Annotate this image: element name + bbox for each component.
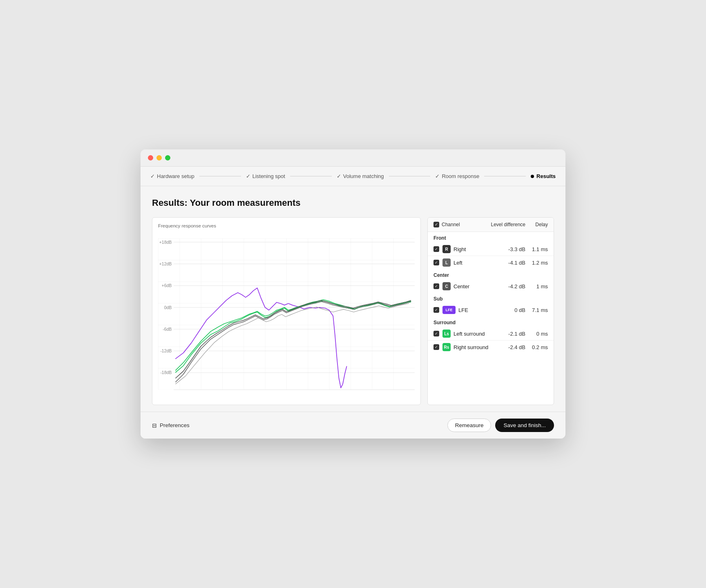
step-check-icon-2: ✓ [246, 173, 250, 179]
app-window: ✓ Hardware setup ✓ Listening spot ✓ Volu… [141, 149, 565, 439]
center-checkbox[interactable] [433, 283, 439, 289]
bottom-right-buttons: Remeasure Save and finish... [447, 419, 554, 432]
minimize-button[interactable] [156, 155, 162, 160]
col-channel-header: Channel [433, 222, 489, 227]
step-divider-2 [290, 176, 332, 176]
lfe-name: LFE [458, 307, 489, 313]
col-level-header: Level difference [489, 222, 525, 227]
rs-checkbox[interactable] [433, 344, 439, 350]
svg-text:0dB: 0dB [164, 305, 172, 310]
lfe-level: 0 dB [489, 307, 525, 313]
lfe-badge: LFE [442, 306, 456, 314]
left-badge: L [442, 258, 451, 267]
svg-rect-1 [158, 238, 415, 390]
section-front-heading: Front [428, 232, 554, 243]
rs-name: Right surround [454, 344, 489, 350]
preferences-icon: ⊟ [152, 422, 157, 429]
center-badge: C [442, 282, 451, 290]
svg-text:-12dB: -12dB [160, 349, 172, 353]
lfe-checkbox[interactable] [433, 307, 439, 313]
bottom-bar: ⊟ Preferences Remeasure Save and finish.… [141, 412, 565, 439]
step-room-label: Room response [442, 173, 479, 179]
ls-checkbox[interactable] [433, 331, 439, 336]
left-name: Left [454, 260, 489, 266]
step-active-dot [531, 175, 534, 178]
svg-text:-6dB: -6dB [163, 327, 172, 332]
channel-row-left: L Left -4.1 dB 1.2 ms [428, 256, 554, 269]
step-volume-label: Volume matching [343, 173, 384, 179]
table-header: Channel Level difference Delay [428, 218, 554, 232]
channel-col-label: Channel [442, 222, 460, 227]
traffic-lights [148, 155, 170, 160]
lfe-delay: 7.1 ms [525, 307, 548, 313]
svg-text:-18dB: -18dB [160, 370, 172, 375]
section-center: Center C Center -4.2 dB 1 ms [428, 269, 554, 293]
section-sub-heading: Sub [428, 293, 554, 303]
channel-row-right: R Right -3.3 dB 1.1 ms [428, 243, 554, 256]
step-listening-label: Listening spot [252, 173, 285, 179]
ls-delay: 0 ms [525, 331, 548, 337]
rs-badge: Rs [442, 343, 451, 351]
step-divider-3 [389, 176, 431, 176]
svg-text:+6dB: +6dB [162, 283, 172, 288]
rs-level: -2.4 dB [489, 344, 525, 350]
step-volume[interactable]: ✓ Volume matching [337, 173, 384, 179]
remeasure-button[interactable]: Remeasure [447, 419, 492, 432]
step-hardware-label: Hardware setup [157, 173, 194, 179]
save-button[interactable]: Save and finish... [495, 419, 554, 432]
close-button[interactable] [148, 155, 153, 160]
left-checkbox[interactable] [433, 260, 439, 265]
step-hardware[interactable]: ✓ Hardware setup [150, 173, 194, 179]
right-delay: 1.1 ms [525, 246, 548, 252]
step-divider-4 [484, 176, 526, 176]
page-title: Results: Your room measurements [152, 198, 554, 208]
section-front: Front R Right -3.3 dB 1.1 ms L Left [428, 232, 554, 269]
step-check-icon: ✓ [150, 173, 155, 179]
center-level: -4.2 dB [489, 283, 525, 290]
section-surround: Surround Ls Left surround -2.1 dB 0 ms R… [428, 316, 554, 354]
section-center-heading: Center [428, 269, 554, 280]
ls-name: Left surround [454, 331, 489, 337]
step-divider-1 [199, 176, 241, 176]
svg-text:+18dB: +18dB [159, 240, 172, 245]
right-panel: Channel Level difference Delay Front R R… [427, 217, 554, 405]
frequency-chart: +18dB +12dB +6dB 0dB -6dB -12dB -18dB [158, 232, 415, 396]
right-checkbox[interactable] [433, 246, 439, 252]
channel-row-ls: Ls Left surround -2.1 dB 0 ms [428, 327, 554, 341]
section-sub: Sub LFE LFE 0 dB 7.1 ms [428, 293, 554, 316]
titlebar [141, 149, 565, 167]
section-surround-heading: Surround [428, 316, 554, 327]
step-listening[interactable]: ✓ Listening spot [246, 173, 285, 179]
col-delay-header: Delay [525, 222, 548, 227]
ls-badge: Ls [442, 330, 451, 338]
chart-label: Frequency response curves [158, 223, 415, 228]
content-area: Frequency response curves [152, 217, 554, 405]
fullscreen-button[interactable] [165, 155, 170, 160]
step-check-icon-4: ✓ [435, 173, 440, 179]
channel-row-lfe: LFE LFE 0 dB 7.1 ms [428, 303, 554, 316]
channel-row-center: C Center -4.2 dB 1 ms [428, 280, 554, 293]
preferences-label: Preferences [160, 422, 190, 428]
preferences-button[interactable]: ⊟ Preferences [152, 422, 190, 429]
svg-text:+12dB: +12dB [159, 262, 172, 266]
center-name: Center [454, 283, 489, 290]
ls-level: -2.1 dB [489, 331, 525, 337]
left-delay: 1.2 ms [525, 260, 548, 266]
chart-panel: Frequency response curves [152, 217, 421, 405]
step-room[interactable]: ✓ Room response [435, 173, 479, 179]
rs-delay: 0.2 ms [525, 344, 548, 350]
step-results[interactable]: Results [531, 173, 556, 179]
right-badge: R [442, 245, 451, 253]
chart-area: +18dB +12dB +6dB 0dB -6dB -12dB -18dB [158, 232, 415, 396]
all-channels-checkbox[interactable] [433, 222, 439, 227]
right-name: Right [454, 246, 489, 252]
center-delay: 1 ms [525, 283, 548, 290]
wizard-steps: ✓ Hardware setup ✓ Listening spot ✓ Volu… [141, 167, 565, 186]
step-check-icon-3: ✓ [337, 173, 341, 179]
main-content: Results: Your room measurements Frequenc… [141, 186, 565, 405]
step-results-label: Results [536, 173, 556, 179]
left-level: -4.1 dB [489, 260, 525, 266]
right-level: -3.3 dB [489, 246, 525, 252]
channel-row-rs: Rs Right surround -2.4 dB 0.2 ms [428, 341, 554, 354]
